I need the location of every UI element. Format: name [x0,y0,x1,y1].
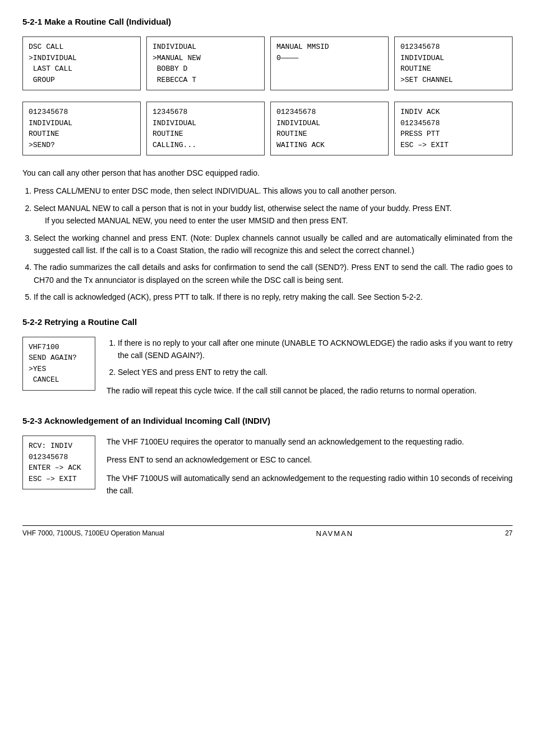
screen-dsc-call: DSC CALL >INDIVIDUAL LAST CALL GROUP [22,36,141,90]
screen-line: INDIVIDUAL [276,118,382,129]
screen-line: LAST CALL [29,63,135,75]
screen-line: BOBBY D [153,63,259,75]
screen-grid-row1: DSC CALL >INDIVIDUAL LAST CALL GROUP IND… [22,36,513,90]
section-title-5-2-3: 5-2-3 Acknowledgement of an Individual I… [22,416,513,425]
steps-list: Press CALL/MENU to enter DSC mode, then … [34,185,513,303]
screen-grid-row2: 012345678 INDIVIDUAL ROUTINE >SEND? 1234… [22,102,513,155]
retry-para: The radio will repeat this cycle twice. … [107,384,513,397]
step-4: The radio summarizes the call details an… [34,261,513,286]
section-title-5-2-1: 5-2-1 Make a Routine Call (Individual) [22,17,513,26]
screen-line: ESC –> EXIT [400,140,506,151]
screen-line: VHF7100 [29,342,89,353]
screen-line: RCV: INDIV [29,441,89,452]
footer: VHF 7000, 7100US, 7100EU Operation Manua… [22,525,513,538]
screen-send: 012345678 INDIVIDUAL ROUTINE >SEND? [22,102,141,155]
screen-line: >INDIVIDUAL [29,53,135,64]
section-5-2-2: 5-2-2 Retrying a Routine Call VHF7100 SE… [22,317,513,403]
ack-para1: The VHF 7100EU requires the operator to … [107,436,513,448]
retry-step-2: Select YES and press ENT to retry the ca… [118,366,513,378]
section-2-3-text: The VHF 7100EU requires the operator to … [107,436,513,503]
screen-line: 012345678 [276,107,382,118]
screen-line: >SET CHANNEL [400,75,506,86]
screen-line: ROUTINE [153,129,259,140]
step-1: Press CALL/MENU to enter DSC mode, then … [34,185,513,197]
screen-manual-mmsid: MANUAL MMSID 0———— [270,36,389,90]
screen-line: INDIVIDUAL [29,118,135,129]
footer-right: 27 [505,529,513,537]
section-2-2-text: If there is no reply to your call after … [107,337,513,403]
ack-para3: The VHF 7100US will automatically send a… [107,472,513,497]
screen-line: >SEND? [29,140,135,151]
screen-line: DSC CALL [29,42,135,53]
section-title-5-2-2: 5-2-2 Retrying a Routine Call [22,317,513,327]
step-5: If the call is acknowledged (ACK), press… [34,291,513,303]
screen-waiting-ack: 012345678 INDIVIDUAL ROUTINE WAITING ACK [270,102,389,155]
screen-line: INDIVIDUAL [153,118,259,129]
section-5-2-3: 5-2-3 Acknowledgement of an Individual I… [22,416,513,503]
step-3: Select the working channel and press ENT… [34,232,513,257]
screen-line: ROUTINE [29,129,135,140]
screen-indiv-ack: INDIV ACK 012345678 PRESS PTT ESC –> EXI… [394,102,513,155]
screen-line: GROUP [29,75,135,86]
step-2: Select MANUAL NEW to call a person that … [34,202,513,227]
screen-set-channel: 012345678 INDIVIDUAL ROUTINE >SET CHANNE… [394,36,513,90]
indent-para: If you selected MANUAL NEW, you need to … [45,214,513,227]
screen-line: PRESS PTT [400,129,506,140]
screen-rcv-indiv: RCV: INDIV 012345678 ENTER –> ACK ESC –>… [22,436,95,489]
footer-left: VHF 7000, 7100US, 7100EU Operation Manua… [22,529,164,537]
screen-line: INDIVIDUAL [153,42,259,53]
screen-line: ESC –> EXIT [29,474,89,485]
screen-line: 012345678 [29,107,135,118]
screen-line: MANUAL MMSID [276,42,382,53]
screen-line: ROUTINE [400,63,506,75]
screen-line: WAITING ACK [276,140,382,151]
footer-center: NAVMAN [316,529,353,538]
screen-line: 012345678 [29,452,89,463]
screen-line: 0———— [276,53,382,64]
retry-steps-list: If there is no reply to your call after … [118,337,513,379]
screen-line: >YES [29,364,89,375]
screen-line: ENTER –> ACK [29,462,89,474]
screen-line: REBECCA T [153,75,259,86]
section-5-2-1: 5-2-1 Make a Routine Call (Individual) D… [22,17,513,304]
section-2-2-content: VHF7100 SEND AGAIN? >YES CANCEL If there… [22,337,513,403]
ack-para2: Press ENT to send an acknowledgement or … [107,453,513,466]
screen-line: >MANUAL NEW [153,53,259,64]
screen-line: INDIV ACK [400,107,506,118]
screen-line: ROUTINE [276,129,382,140]
screen-send-again: VHF7100 SEND AGAIN? >YES CANCEL [22,337,95,391]
screen-calling: 12345678 INDIVIDUAL ROUTINE CALLING... [146,102,265,155]
screen-line: 012345678 [400,42,506,53]
section-2-3-content: RCV: INDIV 012345678 ENTER –> ACK ESC –>… [22,436,513,503]
screen-line: INDIVIDUAL [400,53,506,64]
retry-step-1: If there is no reply to your call after … [118,337,513,362]
screen-line: CANCEL [29,374,89,386]
screen-line: 12345678 [153,107,259,118]
screen-line: CALLING... [153,140,259,151]
screen-line: 012345678 [400,118,506,129]
intro-text: You can call any other person that has a… [22,167,513,179]
screen-individual: INDIVIDUAL >MANUAL NEW BOBBY D REBECCA T [146,36,265,90]
screen-line: SEND AGAIN? [29,352,89,364]
